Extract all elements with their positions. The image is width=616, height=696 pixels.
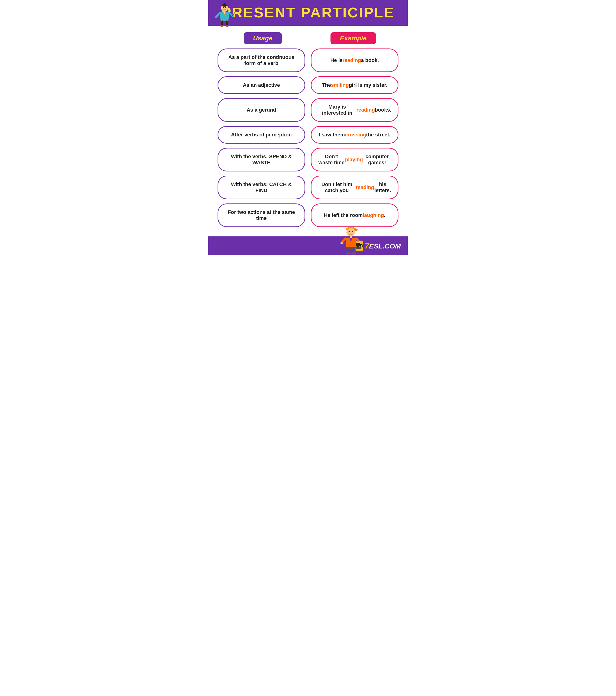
svg-point-11 — [220, 25, 224, 27]
example-text: books. — [375, 107, 391, 113]
table-row: As a part of the continuous form of a ve… — [217, 48, 399, 72]
table-row: As a gerundMary is interested in reading… — [217, 98, 399, 122]
example-text: the street. — [366, 132, 391, 138]
example-badge: Example — [330, 32, 376, 44]
example-cell: I saw them crossing the street. — [311, 126, 399, 144]
svg-point-3 — [223, 7, 224, 8]
page-title: PRESENT PARTICIPLE — [215, 4, 401, 21]
example-text: Mary is interested in — [318, 104, 356, 116]
example-text: a book. — [361, 57, 379, 63]
usage-cell: For two actions at the same time — [217, 204, 305, 227]
svg-line-8 — [232, 11, 236, 16]
table-row: With the verbs: SPEND & WASTEDon’t waste… — [217, 148, 399, 172]
page-wrapper: PRESENT PARTICIPLE Usage Example As a pa… — [208, 0, 408, 255]
usage-cell: With the verbs: CATCH & FIND — [217, 176, 305, 199]
logo-text: 7ESL.COM — [364, 241, 401, 250]
example-text: He is — [330, 57, 343, 63]
example-cell: Don’t waste time playing computer games! — [311, 148, 399, 172]
example-text: . — [384, 212, 386, 218]
footer: 7ESL.COM — [208, 236, 408, 255]
example-cell: Don’t let him catch you reading his lett… — [311, 176, 399, 199]
example-text: computer games! — [363, 154, 391, 165]
example-text: Don’t let him catch you — [318, 181, 356, 193]
highlight-word: crossing — [345, 132, 366, 138]
example-text: his letters. — [374, 181, 391, 193]
example-text: girl is my sister. — [349, 82, 387, 88]
svg-point-16 — [347, 228, 355, 236]
example-cell: Mary is interested in reading books. — [311, 98, 399, 122]
usage-cell: As a gerund — [217, 98, 305, 122]
logo-suffix: ESL.COM — [369, 242, 401, 250]
table-row: After verbs of perceptionI saw them cros… — [217, 126, 399, 144]
svg-point-29 — [358, 241, 361, 243]
highlight-word: playing — [345, 157, 363, 163]
example-header: Example — [313, 32, 394, 44]
usage-badge: Usage — [244, 32, 282, 44]
example-text: I saw them — [319, 132, 345, 138]
svg-line-10 — [227, 21, 227, 26]
example-text: The — [322, 82, 331, 88]
svg-rect-21 — [346, 247, 356, 249]
highlight-word: reading — [356, 107, 375, 113]
rows-container: As a part of the continuous form of a ve… — [208, 48, 408, 232]
svg-rect-20 — [350, 236, 352, 238]
teacher-figure — [213, 1, 236, 27]
svg-point-4 — [225, 7, 226, 8]
example-text: Don’t waste time — [318, 154, 345, 165]
svg-rect-5 — [223, 11, 225, 13]
svg-line-6 — [216, 13, 220, 17]
svg-point-2 — [222, 4, 227, 7]
highlight-word: reading — [343, 57, 361, 63]
table-row: With the verbs: CATCH & FINDDon’t let hi… — [217, 176, 399, 199]
usage-cell: As a part of the continuous form of a ve… — [217, 48, 305, 72]
usage-cell: As an adjective — [217, 76, 305, 94]
svg-line-9 — [222, 21, 223, 26]
table-row: As an adjectiveThe smiling girl is my si… — [217, 76, 399, 94]
usage-cell: With the verbs: SPEND & WASTE — [217, 148, 305, 172]
svg-point-28 — [340, 242, 343, 244]
svg-point-17 — [348, 231, 350, 232]
highlight-word: reading — [356, 185, 374, 190]
example-cell: The smiling girl is my sister. — [311, 76, 399, 94]
column-headers: Usage Example — [208, 26, 408, 48]
example-cell: He is reading a book. — [311, 48, 399, 72]
usage-cell: After verbs of perception — [217, 126, 305, 144]
table-row: For two actions at the same timeHe left … — [217, 204, 399, 227]
usage-header: Usage — [222, 32, 303, 44]
svg-point-12 — [226, 25, 229, 27]
svg-point-19 — [346, 232, 348, 233]
svg-point-18 — [352, 231, 353, 232]
highlight-word: laughing — [363, 212, 384, 218]
header: PRESENT PARTICIPLE — [208, 0, 408, 26]
highlight-word: smiling — [331, 82, 349, 88]
boy-figure — [340, 224, 361, 255]
example-text: He left the room — [324, 212, 362, 218]
example-cell: He left the room laughing. — [311, 204, 399, 227]
logo-number: 7 — [364, 241, 369, 250]
